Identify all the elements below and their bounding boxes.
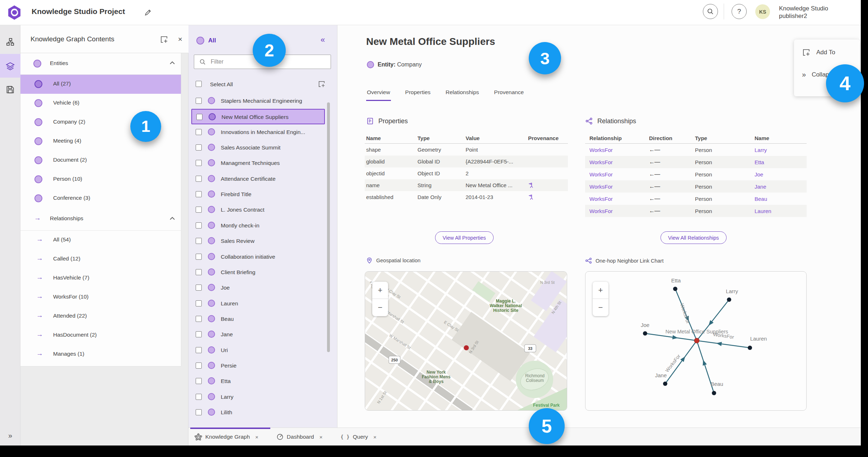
relationship-link[interactable]: WorksFor: [589, 184, 649, 190]
relationships-section-header[interactable]: → Relationships: [20, 208, 181, 231]
item-checkbox[interactable]: [196, 238, 202, 244]
kgc-item[interactable]: All (27): [20, 75, 181, 94]
item-checkbox[interactable]: [196, 285, 202, 291]
scrollbar[interactable]: [327, 102, 330, 352]
list-item[interactable]: Sales Review: [191, 234, 325, 249]
kgc-item[interactable]: →Manages (1): [20, 345, 181, 364]
save-icon[interactable]: [0, 78, 20, 101]
relationship-link[interactable]: WorksFor: [589, 208, 649, 214]
list-item[interactable]: Lauren: [191, 296, 325, 311]
list-item[interactable]: Innovations in Mechanical Engin...: [191, 125, 325, 140]
provenance-flag-icon[interactable]: [528, 183, 534, 188]
list-item[interactable]: Beau: [191, 311, 325, 327]
item-checkbox[interactable]: [196, 409, 202, 415]
tab-properties[interactable]: Properties: [405, 89, 431, 101]
item-checkbox[interactable]: [196, 316, 202, 322]
list-item[interactable]: Client Briefing: [191, 265, 325, 280]
list-item[interactable]: Attendance Certificate: [191, 171, 325, 187]
provenance-flag-icon[interactable]: [528, 194, 534, 200]
collapse-section-icon[interactable]: [170, 61, 175, 64]
link-chart-canvas[interactable]: + − EttaLarryJoeLaurenJaneBeauNew Metal …: [585, 271, 807, 411]
item-checkbox[interactable]: [196, 160, 202, 166]
center-graph-node[interactable]: [694, 338, 699, 343]
related-entity-link[interactable]: Joe: [755, 171, 807, 177]
kgc-item[interactable]: Vehicle (6): [20, 94, 181, 113]
close-tab-icon[interactable]: ×: [255, 434, 258, 440]
list-item[interactable]: Jane: [191, 327, 325, 342]
search-button[interactable]: [703, 4, 718, 19]
expand-rail-icon[interactable]: »: [0, 428, 20, 443]
list-item[interactable]: Persie: [191, 358, 325, 374]
select-all-checkbox[interactable]: [196, 81, 202, 87]
list-item[interactable]: Sales Associate Summit: [191, 140, 325, 156]
entities-section-header[interactable]: Entities: [20, 53, 181, 75]
kgc-item[interactable]: Document (2): [20, 151, 181, 170]
view-all-properties-button[interactable]: View All Properties: [435, 231, 494, 244]
entity-location-marker[interactable]: [464, 345, 469, 350]
kgc-item[interactable]: →Called (12): [20, 250, 181, 269]
edit-title-pencil-icon[interactable]: [144, 8, 153, 18]
item-checkbox[interactable]: [196, 207, 202, 213]
relationship-link[interactable]: WorksFor: [589, 159, 649, 165]
user-info[interactable]: Knowledge Studio publisher2: [779, 5, 828, 20]
list-item[interactable]: Staplers Mechanical Engineering: [191, 93, 325, 109]
kgc-item[interactable]: →WorksFor (10): [20, 288, 181, 307]
tab-overview[interactable]: Overview: [366, 89, 391, 101]
graph-node[interactable]: [712, 391, 716, 395]
contents-layers-icon[interactable]: [0, 54, 20, 78]
add-to-map-icon[interactable]: [318, 80, 326, 88]
related-entity-link[interactable]: Larry: [755, 147, 807, 153]
kgc-item[interactable]: Person (10): [20, 170, 181, 189]
list-item[interactable]: Lilith: [191, 405, 325, 420]
collapse-panel-icon[interactable]: «: [321, 35, 325, 45]
item-checkbox[interactable]: [196, 300, 202, 306]
item-checkbox[interactable]: [196, 254, 202, 260]
list-item[interactable]: Montly check-in: [191, 218, 325, 234]
item-checkbox[interactable]: [196, 378, 202, 384]
kgc-item[interactable]: →All (54): [20, 231, 181, 250]
related-entity-link[interactable]: Beau: [755, 196, 807, 202]
item-checkbox[interactable]: [196, 331, 202, 337]
bottom-tab-query[interactable]: { }Query×: [340, 434, 376, 440]
related-entity-link[interactable]: Etta: [755, 159, 807, 165]
kgc-item[interactable]: →HasDocument (2): [20, 326, 181, 345]
item-checkbox[interactable]: [196, 98, 202, 104]
add-to-map-icon[interactable]: [160, 35, 168, 44]
kgc-item[interactable]: →Attended (22): [20, 307, 181, 326]
item-checkbox[interactable]: [196, 269, 202, 275]
map-canvas[interactable]: + − W Clay StMarshall StW Marshall StE C…: [365, 271, 567, 411]
kgc-item[interactable]: Conference (3): [20, 189, 181, 208]
related-entity-link[interactable]: Jane: [755, 184, 807, 190]
list-item[interactable]: Etta: [191, 374, 325, 389]
zoom-in-button[interactable]: +: [372, 282, 388, 299]
data-model-icon[interactable]: [0, 30, 20, 54]
item-checkbox[interactable]: [196, 347, 202, 353]
bottom-tab-dashboard[interactable]: Dashboard×: [276, 433, 323, 440]
zoom-in-button[interactable]: +: [593, 282, 608, 299]
graph-node[interactable]: [643, 331, 647, 336]
zoom-out-button[interactable]: −: [593, 299, 608, 316]
kgc-item[interactable]: →HasVehicle (7): [20, 269, 181, 288]
list-item[interactable]: Managment Techniques: [191, 156, 325, 171]
list-item[interactable]: New Metal Office Suppliers: [191, 109, 325, 124]
close-tab-icon[interactable]: ×: [319, 434, 323, 440]
item-checkbox[interactable]: [196, 176, 202, 182]
graph-node[interactable]: [663, 382, 667, 386]
collapse-section-icon[interactable]: [170, 217, 175, 220]
view-all-relationships-button[interactable]: View All Relationships: [661, 231, 727, 244]
item-checkbox[interactable]: [196, 114, 202, 120]
help-button[interactable]: ?: [732, 4, 747, 19]
zoom-out-button[interactable]: −: [372, 299, 388, 316]
avatar[interactable]: KS: [755, 4, 770, 19]
related-entity-link[interactable]: Lauren: [755, 208, 807, 214]
graph-node[interactable]: [673, 287, 677, 291]
relationship-link[interactable]: WorksFor: [589, 171, 649, 177]
list-item[interactable]: Larry: [191, 389, 325, 405]
bottom-tab-knowledge-graph[interactable]: Knowledge Graph×: [195, 433, 258, 441]
item-checkbox[interactable]: [196, 191, 202, 197]
list-item[interactable]: Firebird Title: [191, 187, 325, 202]
close-tab-icon[interactable]: ×: [373, 434, 377, 440]
item-checkbox[interactable]: [196, 222, 202, 228]
list-item[interactable]: L. Jones Contract: [191, 202, 325, 218]
tab-provenance[interactable]: Provenance: [493, 89, 524, 101]
